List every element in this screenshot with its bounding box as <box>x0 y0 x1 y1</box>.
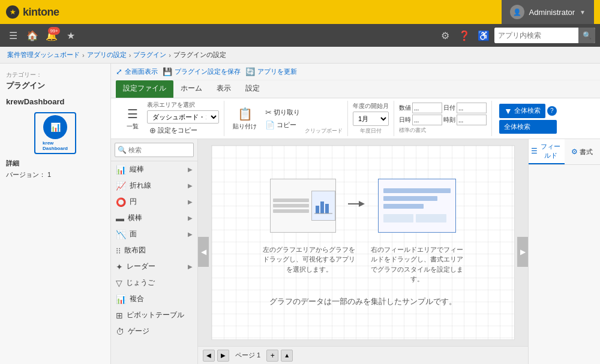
area-chart-icon: 📉 <box>116 230 126 239</box>
chart-item-hbar[interactable]: ▬ 横棒 ▶ <box>111 210 197 226</box>
work-area: 🔍 📊 縦棒 ▶ 📈 折れ線 ▶ <box>111 139 600 364</box>
tab-settings-file[interactable]: 設定ファイル <box>116 80 173 98</box>
refresh-icon: 🔄 <box>245 67 255 76</box>
diagram-left-container <box>270 179 336 233</box>
format-time-label: 時刻 <box>443 116 455 124</box>
page-add-button[interactable]: + <box>266 350 278 362</box>
copy-settings-button[interactable]: ⊕ 設定をコピー <box>147 125 219 136</box>
ribbon: ⤢ 全画面表示 💾 プラグイン設定を保存 🔄 アプリを更新 設定ファイル ホーム… <box>111 64 600 98</box>
bar-chart-icon: 📊 <box>116 165 126 175</box>
date-selector[interactable]: 1月 <box>353 112 389 126</box>
save-plugin-action[interactable]: 💾 プラグイン設定を保存 <box>163 67 241 76</box>
page-prev-button[interactable]: ◀ <box>203 350 215 362</box>
tab-format[interactable]: ⚙ 書式 <box>565 139 601 164</box>
format-area: 数値 日付 日時 時刻 標準の書式 <box>399 103 487 134</box>
main-layout: カテゴリー： プラグイン krewDashboard 📊 krewDashboa… <box>0 64 600 364</box>
clipboard-group: 📋 貼り付け ✂ 切り取り 📄 コピー クリップボード <box>224 101 348 136</box>
area-chart-arrow: ▶ <box>188 231 193 237</box>
copy-settings-icon: ⊕ <box>149 126 156 135</box>
cut-button[interactable]: ✂ 切り取り <box>263 107 302 118</box>
update-app-action[interactable]: 🔄 アプリを更新 <box>245 67 297 76</box>
canvas-nav-left-button[interactable]: ◀ <box>198 237 209 267</box>
line-chart-icon: 📈 <box>116 181 126 191</box>
canvas-bottom-nav: ◀ ▶ ページ 1 + ▲ <box>198 346 528 364</box>
chart-item-line[interactable]: 📈 折れ線 ▶ <box>111 178 197 194</box>
page-up-button[interactable]: ▲ <box>281 350 293 362</box>
diagram-right-box <box>378 179 456 233</box>
overall-search-group: ▼ 全体検索 ? 全体検索 <box>492 101 564 136</box>
svg-rect-2 <box>325 204 329 213</box>
page-next-button[interactable]: ▶ <box>217 350 229 362</box>
help-icon[interactable]: ❓ <box>456 27 473 44</box>
home-icon[interactable]: 🏠 <box>24 27 41 44</box>
breadcrumb-item-3[interactable]: プラグイン <box>133 50 166 59</box>
chart-search-area: 🔍 <box>111 139 197 161</box>
tab-home[interactable]: ホーム <box>173 80 209 98</box>
breadcrumb-sep-2: › <box>129 52 131 59</box>
combo-chart-icon: 📊 <box>116 294 126 304</box>
star-icon[interactable]: ★ <box>62 27 79 44</box>
overall-search-help-button[interactable]: ? <box>547 106 557 116</box>
plugin-logo-area: 📊 krewDashboard <box>6 112 104 154</box>
format-date-label: 日付 <box>443 104 455 112</box>
funnel-chart-icon: ▽ <box>116 278 122 288</box>
app-search-button[interactable]: 🔍 <box>578 28 595 43</box>
user-menu[interactable]: 👤 Administrator ▼ <box>502 0 594 24</box>
canvas-area: ◀ ▶ <box>198 139 528 364</box>
copy-button[interactable]: 📄 コピー <box>263 119 302 131</box>
content-area: ⤢ 全画面表示 💾 プラグイン設定を保存 🔄 アプリを更新 設定ファイル ホーム… <box>111 64 600 364</box>
sidebar-version: バージョン： 1 <box>6 170 104 179</box>
tab-field[interactable]: ☰ フィールド <box>529 139 565 164</box>
overall-search-filter-button[interactable]: ▼ 全体検索 <box>499 104 545 118</box>
chart-item-scatter[interactable]: ⁝⁝ 散布図 <box>111 242 197 258</box>
paste-button[interactable]: 📋 貼り付け <box>229 106 260 132</box>
scatter-chart-icon: ⁝⁝ <box>116 246 121 255</box>
user-caret-icon: ▼ <box>580 9 586 16</box>
tab-config[interactable]: 設定 <box>238 80 267 98</box>
chart-item-radar[interactable]: ✦ レーダー ▶ <box>111 258 197 275</box>
app-search-input[interactable] <box>494 28 578 43</box>
format-date-input[interactable] <box>457 103 487 113</box>
view-select-dropdown[interactable]: ダッシュボード・コピー <box>147 110 219 124</box>
format-time-input[interactable] <box>457 115 487 125</box>
plugin-logo-text: krewDashboard <box>43 140 68 151</box>
plugin-logo-inner: 📊 <box>43 115 67 139</box>
sidebar-category-label: カテゴリー： <box>6 71 104 79</box>
tab-view[interactable]: 表示 <box>209 80 238 98</box>
sidebar-plugin-name: krewDashboard <box>6 97 104 106</box>
hamburger-icon[interactable]: ☰ <box>5 27 22 44</box>
list-view-button[interactable]: ☰ 一覧 <box>121 106 145 132</box>
fullscreen-action[interactable]: ⤢ 全画面表示 <box>116 67 158 76</box>
plugin-logo: 📊 krewDashboard <box>34 112 76 154</box>
chart-item-pivot[interactable]: ⊞ ピボットテーブル <box>111 307 197 323</box>
chart-item-funnel[interactable]: ▽ じょうご <box>111 275 197 291</box>
overall-search-button[interactable]: 全体検索 <box>499 120 557 134</box>
logo-icon: ★ <box>6 5 19 19</box>
canvas-hints-row: 左のグラフエリアからグラフをドラッグし、可視化するアプリを選択します。 右のフィ… <box>261 245 465 284</box>
breadcrumb-current: プラグインの設定 <box>173 50 226 59</box>
pivot-chart-icon: ⊞ <box>116 311 123 320</box>
chart-item-gauge[interactable]: ⏱ ゲージ <box>111 323 197 339</box>
notification-badge: 99+ <box>48 27 60 35</box>
chart-item-bar[interactable]: 📊 縦棒 ▶ <box>111 161 197 178</box>
settings-icon[interactable]: ⚙ <box>437 27 454 44</box>
date-start-label: 年度の開始月 <box>353 102 389 110</box>
chart-item-combo[interactable]: 📊 複合 <box>111 291 197 307</box>
chart-item-pie[interactable]: ⭕ 円 ▶ <box>111 194 197 210</box>
diagram-box-2 <box>416 214 446 222</box>
breadcrumb-item-2[interactable]: アプリの設定 <box>87 50 127 59</box>
canvas-inner: 左のグラフエリアからグラフをドラッグし、可視化するアプリを選択します。 右のフィ… <box>211 145 515 340</box>
canvas-nav-right-button[interactable]: ▶ <box>517 237 528 267</box>
date-sub: 年度の開始月 1月 年度日付 <box>353 102 389 135</box>
diagram-row-1 <box>273 198 309 202</box>
diagram-field-line-2 <box>383 196 437 201</box>
format-group-label: 標準の書式 <box>399 127 487 134</box>
breadcrumb-item-1[interactable]: 案件管理ダッシュボード <box>7 50 80 59</box>
copy-icon: 📄 <box>265 121 275 130</box>
accessibility-icon[interactable]: ♿ <box>475 27 492 44</box>
format-count-input[interactable] <box>412 103 442 113</box>
chart-item-area[interactable]: 📉 面 ▶ <box>111 226 197 242</box>
diagram-field-line-1 <box>383 188 451 193</box>
notification-icon[interactable]: 🔔 99+ <box>43 27 60 44</box>
format-datetime-input[interactable] <box>412 115 442 125</box>
